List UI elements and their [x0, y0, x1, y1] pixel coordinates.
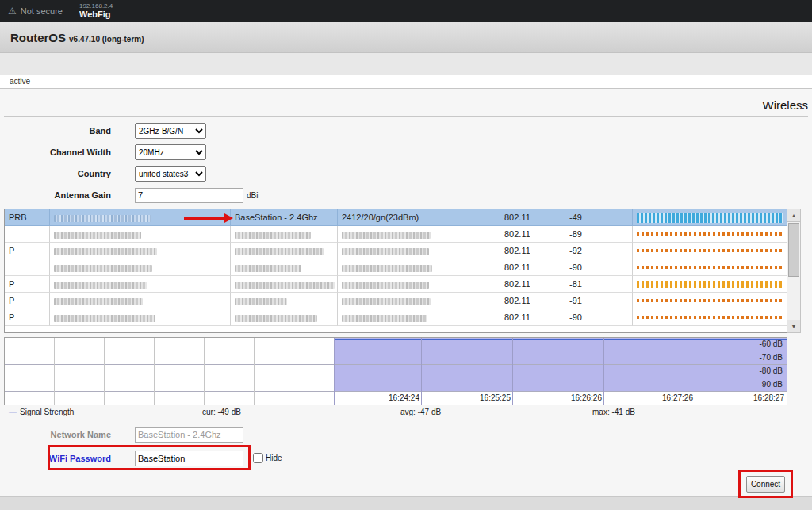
scroll-down-icon[interactable]: ▼: [787, 320, 800, 332]
y-axis-label: -70 dB: [735, 353, 783, 365]
network-name-input: [135, 427, 243, 443]
x-axis-label: 16:28:27: [737, 393, 784, 402]
webfig-title: WebFig: [79, 10, 113, 20]
wifi-password-input[interactable]: [135, 451, 243, 466]
row-channel-redacted: [338, 276, 500, 293]
row-flags: P: [5, 243, 50, 259]
scan-table: PRB BaseStation - 2.4Ghz 2412/20/gn(23dB…: [4, 209, 787, 333]
channel-width-label: Channel Width: [4, 148, 111, 157]
connect-row: Connect: [4, 469, 808, 499]
row-protocol: 802.11: [500, 226, 565, 243]
country-select[interactable]: united states3: [135, 166, 206, 182]
signal-strength-chart: -60 dB -70 dB -80 dB -90 dB 16:24:24 16:…: [4, 337, 787, 405]
row-signal: -89: [565, 226, 633, 243]
row-protocol: 802.11: [500, 276, 565, 293]
row-channel: 2412/20/gn(23dBm): [338, 209, 500, 226]
url-text[interactable]: 192.168.2.4: [79, 2, 113, 10]
signal-bars: [633, 259, 787, 276]
legend-line-icon: —: [9, 408, 17, 416]
connect-button[interactable]: Connect: [746, 476, 785, 493]
x-axis-label: 16:24:24: [372, 393, 419, 402]
not-secure-warning-icon: ⚠: [8, 6, 17, 17]
row-mac-redacted: [50, 293, 231, 309]
row-channel-redacted: [338, 309, 500, 326]
header-subbar: [0, 52, 812, 75]
annotation-arrow: [184, 213, 233, 223]
row-signal: -49: [565, 209, 633, 226]
antenna-gain-unit: dBi: [247, 191, 258, 200]
band-label: Band: [4, 126, 111, 136]
row-mac-redacted: [50, 309, 231, 326]
scrollbar-thumb[interactable]: [788, 223, 799, 277]
x-axis-label: 16:27:26: [645, 393, 693, 402]
row-ssid-redacted: [231, 243, 338, 259]
signal-bars: [633, 226, 787, 243]
table-row-selected[interactable]: PRB BaseStation - 2.4Ghz 2412/20/gn(23dB…: [5, 209, 787, 226]
scan-results: PRB BaseStation - 2.4Ghz 2412/20/gn(23dB…: [4, 209, 808, 333]
signal-bars: [633, 293, 787, 309]
network-name-row: Network Name: [4, 426, 808, 443]
row-ssid-redacted: [231, 259, 338, 276]
hide-label: Hide: [266, 454, 282, 462]
row-mac-redacted: [50, 226, 231, 243]
table-row[interactable]: P 802.11 -92: [5, 243, 787, 259]
channel-width-select[interactable]: 20MHz: [135, 144, 206, 160]
scroll-up-icon[interactable]: ▲: [787, 209, 800, 222]
row-mac-redacted: [50, 276, 231, 293]
antenna-gain-label: Antenna Gain: [4, 190, 111, 200]
table-scrollbar[interactable]: ▲ ▼: [787, 209, 801, 333]
row-channel-redacted: [338, 259, 500, 276]
row-signal: -91: [565, 293, 633, 309]
main-content: Wireless Band 2GHz-B/G/N Channel Width 2…: [0, 89, 812, 496]
row-ssid: BaseStation - 2.4Ghz: [231, 209, 338, 226]
row-flags: P: [5, 293, 50, 309]
row-flags: P: [5, 276, 50, 293]
signal-line: [334, 339, 787, 340]
table-row[interactable]: P 802.11 -81: [5, 276, 787, 293]
chart-legend: —Signal Strength cur: -49 dB avg: -47 dB…: [4, 408, 787, 419]
page-title: Wireless: [4, 89, 808, 117]
band-select[interactable]: 2GHz-B/G/N: [135, 123, 206, 139]
row-flags: [5, 226, 50, 243]
y-axis-label: -60 dB: [735, 339, 783, 351]
row-protocol: 802.11: [500, 309, 565, 326]
hide-password-checkbox[interactable]: [253, 453, 263, 463]
legend-cur: cur: -49 dB: [202, 408, 241, 416]
row-protocol: 802.11: [500, 209, 565, 226]
row-channel-redacted: [338, 293, 500, 309]
network-name-label: Network Name: [4, 430, 111, 439]
divider: [71, 4, 71, 18]
row-ssid-redacted: [231, 226, 338, 243]
row-channel-redacted: [338, 243, 500, 259]
legend-signal-strength: —Signal Strength: [9, 408, 74, 416]
row-mac-redacted: [50, 243, 231, 259]
row-signal: -81: [565, 276, 633, 293]
row-mac-redacted: [50, 259, 231, 276]
row-signal: -90: [565, 259, 633, 276]
table-row[interactable]: P 802.11 -91: [5, 293, 787, 309]
not-secure-label: Not secure: [21, 6, 63, 16]
row-ssid-redacted: [231, 293, 338, 309]
wireless-settings-form: Band 2GHz-B/G/N Channel Width 20MHz Coun…: [4, 123, 808, 203]
antenna-gain-input[interactable]: [135, 188, 243, 203]
table-row[interactable]: P 802.11 -90: [5, 309, 787, 326]
legend-max: max: -41 dB: [592, 408, 635, 416]
status-bar: active: [0, 75, 812, 89]
row-signal: -90: [565, 309, 633, 326]
row-ssid-redacted: [231, 309, 338, 326]
routeros-brand: RouterOS: [10, 31, 66, 44]
legend-avg: avg: -47 dB: [400, 408, 441, 416]
x-axis-label: 16:25:25: [463, 393, 511, 402]
row-protocol: 802.11: [500, 243, 565, 259]
wifi-password-label: WiFi Password: [4, 454, 111, 463]
row-protocol: 802.11: [500, 293, 565, 309]
country-label: Country: [4, 169, 111, 178]
y-axis-label: -90 dB: [735, 380, 783, 392]
signal-bars: [633, 309, 787, 326]
table-row[interactable]: 802.11 -90: [5, 259, 787, 276]
signal-bars: [633, 243, 787, 259]
row-channel-redacted: [338, 226, 500, 243]
table-row[interactable]: 802.11 -89: [5, 226, 787, 243]
wifi-password-row: WiFi Password Hide: [4, 450, 808, 466]
y-axis-label: -80 dB: [735, 366, 783, 378]
